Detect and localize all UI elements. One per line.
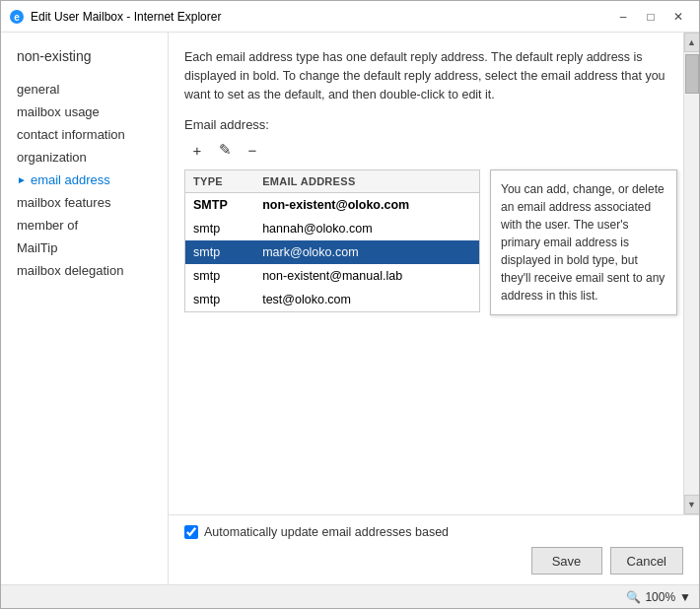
zoom-level: 100%: [645, 590, 675, 604]
zoom-dropdown-icon[interactable]: ▼: [679, 590, 691, 604]
table-cell-email: non-existent@manual.lab: [254, 264, 479, 288]
sidebar-label-member-of: member of: [17, 218, 78, 233]
tooltip-text: You can add, change, or delete an email …: [501, 182, 665, 303]
table-row[interactable]: smtphannah@oloko.com: [185, 217, 480, 240]
svg-text:e: e: [14, 12, 20, 23]
scroll-up-button[interactable]: ▲: [684, 33, 700, 52]
sidebar-label-mailbox-usage: mailbox usage: [17, 104, 100, 119]
scrollbar-track: ▲ ▼: [683, 33, 699, 514]
minimize-button[interactable]: –: [610, 5, 636, 29]
sidebar-label-organization: organization: [17, 150, 87, 165]
maximize-button[interactable]: □: [638, 5, 664, 29]
table-cell-email: hannah@oloko.com: [254, 217, 479, 240]
edit-button[interactable]: ✎: [212, 138, 238, 162]
sidebar-label-email-address: email address: [31, 172, 110, 187]
table-cell-type: smtp: [185, 217, 255, 240]
email-address-label: Email address:: [184, 117, 667, 132]
table-cell-type: smtp: [185, 264, 255, 288]
table-cell-type: smtp: [185, 240, 255, 264]
auto-update-checkbox[interactable]: [184, 525, 198, 539]
main-panel: Each email address type has one default …: [169, 33, 699, 584]
cancel-button[interactable]: Cancel: [610, 547, 683, 575]
add-button[interactable]: +: [184, 138, 210, 162]
sidebar-item-mailbox-usage[interactable]: mailbox usage: [17, 101, 168, 123]
sidebar-label-mailtip: MailTip: [17, 240, 57, 255]
sidebar-item-email-address[interactable]: ► email address: [17, 169, 168, 191]
sidebar-item-general[interactable]: general: [17, 78, 168, 101]
main-window: e Edit User Mailbox - Internet Explorer …: [0, 0, 700, 609]
zoom-icon: 🔍: [626, 590, 641, 604]
table-row[interactable]: smtpnon-existent@manual.lab: [185, 264, 480, 288]
sidebar-item-member-of[interactable]: member of: [17, 214, 168, 237]
window-title: Edit User Mailbox - Internet Explorer: [31, 10, 610, 24]
table-row[interactable]: SMTPnon-existent@oloko.com: [185, 193, 480, 218]
app-icon: e: [9, 9, 25, 25]
scroll-thumb[interactable]: [685, 54, 699, 94]
table-cell-type: smtp: [185, 288, 255, 312]
sidebar-item-mailtip[interactable]: MailTip: [17, 237, 168, 259]
sidebar-label-mailbox-delegation: mailbox delegation: [17, 263, 123, 278]
tooltip-box: You can add, change, or delete an email …: [490, 169, 677, 315]
close-button[interactable]: ✕: [665, 5, 691, 29]
description-text: Each email address type has one default …: [184, 48, 667, 103]
toolbar: + ✎ −: [184, 138, 667, 162]
main-content: Each email address type has one default …: [169, 33, 683, 514]
active-arrow-icon: ►: [17, 174, 27, 185]
table-cell-email: non-existent@oloko.com: [254, 193, 479, 218]
save-button[interactable]: Save: [531, 547, 602, 575]
sidebar-label-contact-information: contact information: [17, 127, 125, 142]
email-table-container: TYPE EMAIL ADDRESS SMTPnon-existent@olok…: [184, 169, 667, 312]
status-bar: 🔍 100% ▼: [1, 584, 699, 608]
button-row: Save Cancel: [184, 547, 683, 575]
checkbox-label: Automatically update email addresses bas…: [204, 525, 449, 539]
table-row[interactable]: smtptest@oloko.com: [185, 288, 480, 312]
content-area: non-existing general mailbox usage conta…: [1, 33, 699, 584]
sidebar-item-contact-information[interactable]: contact information: [17, 123, 168, 146]
sidebar-item-organization[interactable]: organization: [17, 146, 168, 169]
title-bar: e Edit User Mailbox - Internet Explorer …: [1, 1, 699, 33]
scroll-down-button[interactable]: ▼: [684, 495, 700, 514]
table-cell-type: SMTP: [185, 193, 255, 218]
sidebar-item-mailbox-features[interactable]: mailbox features: [17, 191, 168, 214]
sidebar-item-mailbox-delegation[interactable]: mailbox delegation: [17, 259, 168, 282]
table-cell-email: mark@oloko.com: [254, 240, 479, 264]
scrollbar-area: Each email address type has one default …: [169, 33, 699, 514]
email-table: TYPE EMAIL ADDRESS SMTPnon-existent@olok…: [184, 169, 480, 312]
col-email: EMAIL ADDRESS: [254, 170, 479, 193]
sidebar-label-mailbox-features: mailbox features: [17, 195, 110, 210]
col-type: TYPE: [185, 170, 255, 193]
table-row[interactable]: smtpmark@oloko.com: [185, 240, 480, 264]
remove-button[interactable]: −: [240, 138, 265, 162]
sidebar-label-general: general: [17, 82, 59, 97]
sidebar: non-existing general mailbox usage conta…: [1, 33, 169, 584]
sidebar-user-name: non-existing: [17, 48, 168, 64]
checkbox-row: Automatically update email addresses bas…: [184, 525, 683, 539]
window-controls: – □ ✕: [610, 5, 691, 29]
table-cell-email: test@oloko.com: [254, 288, 479, 312]
footer-area: Automatically update email addresses bas…: [169, 514, 699, 584]
